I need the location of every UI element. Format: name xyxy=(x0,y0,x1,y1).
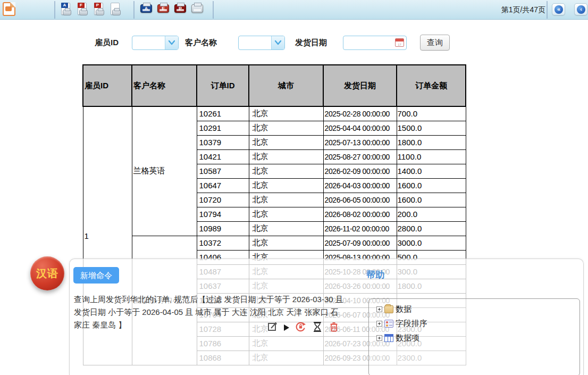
order-id-cell: 10261 xyxy=(197,106,249,121)
printer-icon xyxy=(191,4,203,13)
printer-icon xyxy=(112,10,121,15)
language-badge[interactable]: 汉语 xyxy=(30,256,64,290)
export-applet-button[interactable]: A xyxy=(60,3,73,17)
city-cell: 北京 xyxy=(249,121,323,135)
ship-date-cell: 2025-07-13 00:00:00 xyxy=(323,135,397,149)
toolbar-separator xyxy=(54,1,55,19)
amount-cell: 3000.0 xyxy=(397,236,466,250)
tree-item-label: 数据 xyxy=(396,304,411,314)
help-link[interactable]: 帮助 xyxy=(366,269,384,281)
order-id-cell: 10372 xyxy=(197,236,249,250)
ship-date-input[interactable] xyxy=(343,36,407,50)
export-image-icon[interactable] xyxy=(3,2,15,16)
tree-item-folder[interactable]: 数据 xyxy=(376,302,579,316)
col-header-city: 城市 xyxy=(249,65,323,106)
edit-icon[interactable] xyxy=(267,321,278,334)
delete-icon[interactable] xyxy=(329,321,339,335)
col-header-employee-id: 雇员ID xyxy=(83,65,132,106)
expand-icon[interactable] xyxy=(376,335,382,341)
toolbar-separator xyxy=(213,1,214,19)
customer-name-select[interactable] xyxy=(238,36,285,50)
city-cell: 北京 xyxy=(249,221,323,236)
col-header-customer: 客户名称 xyxy=(132,65,197,106)
toolbar-separator xyxy=(133,1,135,19)
city-cell: 北京 xyxy=(249,207,323,221)
command-overlay-panel: 新增命令 查询上周发货到华北的订单, 规范后【过滤 发货日期 大于等于 2026… xyxy=(69,259,584,375)
calendar-icon[interactable] xyxy=(395,38,404,47)
prev-page-icon: ‹ xyxy=(577,5,585,14)
ship-date-cell: 2026-06-05 00:00:00 xyxy=(323,193,397,207)
run-icon[interactable] xyxy=(284,324,289,331)
employee-id-label: 雇员ID xyxy=(95,38,119,48)
page-letter: A xyxy=(61,3,68,8)
print-plain-button[interactable] xyxy=(191,3,204,17)
command-action-bar xyxy=(267,321,339,335)
report-viewer-window: AFP AFP 第1页/共47页 « ‹ 雇员ID 客户名称 发货日期 xyxy=(0,0,588,375)
prev-page-button[interactable]: ‹ xyxy=(574,3,587,15)
export-plain-button[interactable] xyxy=(110,3,122,17)
amount-cell: 1800.0 xyxy=(397,135,466,149)
page-letter: P xyxy=(94,3,101,8)
expand-icon[interactable] xyxy=(376,321,382,327)
city-cell: 北京 xyxy=(249,236,323,250)
col-header-amount: 订单金额 xyxy=(397,65,466,106)
query-form: 雇员ID 客户名称 发货日期 查询 xyxy=(0,33,588,54)
city-cell: 北京 xyxy=(249,135,323,149)
printer-letter: F xyxy=(158,6,169,11)
order-id-cell: 10720 xyxy=(197,193,249,207)
ship-date-cell: 2026-04-03 00:00:00 xyxy=(323,178,397,193)
table-row: 1兰格英语10261北京2025-02-28 00:00:00700.0 xyxy=(83,106,466,121)
tree-item-label: 数据项 xyxy=(396,333,419,343)
ship-date-cell: 2026-08-02 00:00:00 xyxy=(323,207,397,221)
city-cell: 北京 xyxy=(249,178,323,193)
ship-date-cell: 2025-04-04 00:00:00 xyxy=(323,121,397,135)
order-id-cell: 10379 xyxy=(197,135,249,149)
tree-item-sort[interactable]: 字段排序 xyxy=(376,316,579,331)
page-icon: P xyxy=(94,3,103,15)
amount-cell: 1500.0 xyxy=(397,121,466,135)
ship-date-cell: 2026-02-09 00:00:00 xyxy=(323,164,397,178)
col-header-order-id: 订单ID xyxy=(197,65,249,106)
print-pdf-button[interactable]: P xyxy=(174,3,187,17)
settings-tree-panel: 数据字段排序数据项 xyxy=(368,298,580,375)
new-command-button[interactable]: 新增命令 xyxy=(73,267,119,284)
search-button[interactable]: 查询 xyxy=(420,35,450,51)
city-cell: 北京 xyxy=(249,193,323,207)
order-id-cell: 10291 xyxy=(197,121,249,135)
expand-icon[interactable] xyxy=(376,306,382,312)
customer-cell: 兰格英语 xyxy=(132,106,197,236)
first-page-icon: « xyxy=(555,5,563,14)
order-id-cell: 10794 xyxy=(197,207,249,221)
tree-item-label: 字段排序 xyxy=(396,319,427,329)
grid-icon xyxy=(384,334,393,342)
amount-cell: 1600.0 xyxy=(397,193,466,207)
export-pdf-button[interactable]: P xyxy=(93,3,106,17)
printer-icon: P xyxy=(174,4,186,13)
employee-id-select[interactable] xyxy=(132,36,179,50)
lock-refresh-icon[interactable] xyxy=(295,321,306,335)
order-id-cell: 10421 xyxy=(197,149,249,164)
page-icon xyxy=(111,3,120,15)
ship-date-cell: 2025-07-09 00:00:00 xyxy=(323,236,397,250)
printer-icon xyxy=(63,10,71,15)
city-cell: 北京 xyxy=(249,106,323,121)
chevron-down-icon[interactable] xyxy=(271,36,284,49)
chevron-down-icon[interactable] xyxy=(165,36,178,49)
print-applet-button[interactable]: A xyxy=(140,3,153,17)
page-letter: F xyxy=(78,3,85,8)
export-flash-button[interactable]: F xyxy=(77,3,89,17)
first-page-button[interactable]: « xyxy=(552,3,565,15)
print-flash-button[interactable]: F xyxy=(157,3,170,17)
order-id-cell: 10587 xyxy=(197,164,249,178)
printer-letter: A xyxy=(141,6,152,11)
order-id-cell: 10647 xyxy=(197,178,249,193)
tree-item-grid[interactable]: 数据项 xyxy=(376,331,579,345)
city-cell: 北京 xyxy=(249,149,323,164)
hourglass-icon[interactable] xyxy=(312,321,323,335)
city-cell: 北京 xyxy=(249,164,323,178)
page-icon: A xyxy=(61,3,70,15)
ship-date-cell: 2025-08-27 00:00:00 xyxy=(323,149,397,164)
customer-name-label: 客户名称 xyxy=(185,38,217,48)
page-icon: F xyxy=(78,3,87,15)
amount-cell: 1600.0 xyxy=(397,178,466,193)
